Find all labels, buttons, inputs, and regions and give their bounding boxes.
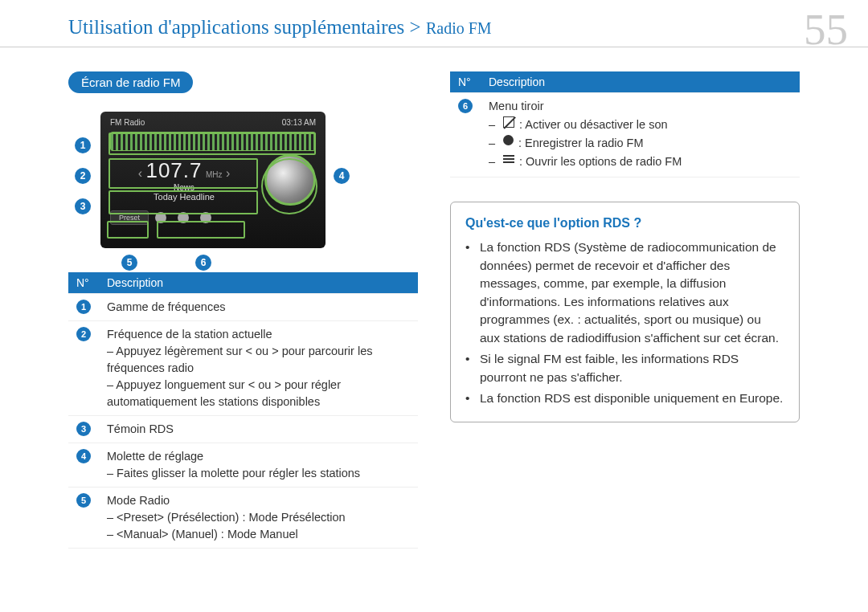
highlight-6 bbox=[157, 221, 245, 239]
row-line: Molette de réglage bbox=[107, 448, 410, 465]
info-item: Si le signal FM est faible, les informat… bbox=[465, 350, 784, 386]
fm-radio-screenshot: FM Radio 03:13 AM ‹ 107.7 MHz › News Tod… bbox=[100, 112, 326, 248]
description-table-left: N° Description 1 Gamme de fréquences 2 F… bbox=[68, 272, 418, 549]
row-line: Fréquence de la station actuelle bbox=[107, 326, 410, 343]
section-pill: Écran de radio FM bbox=[68, 71, 193, 93]
row-desc: Molette de réglage – Faites glisser la m… bbox=[99, 443, 418, 488]
page-header: Utilisation d'applications supplémentair… bbox=[0, 0, 868, 47]
highlight-5 bbox=[107, 221, 149, 239]
description-table-right: N° Description 6 Menu tiroir –: Activer … bbox=[450, 71, 800, 177]
row-num: 3 bbox=[76, 422, 91, 436]
breadcrumb-main: Utilisation d'applications supplémentair… bbox=[68, 16, 404, 38]
icon-desc: : Enregistrer la radio FM bbox=[518, 135, 644, 152]
row-line: – Appuyez longuement sur < ou > pour rég… bbox=[107, 377, 410, 410]
row-line: – <Preset> (Présélection) : Mode Préséle… bbox=[107, 509, 410, 526]
callout-6: 6 bbox=[195, 255, 211, 271]
rds-info-box: Qu'est-ce que l'option RDS ? La fonction… bbox=[450, 202, 800, 422]
mute-icon bbox=[503, 116, 514, 128]
row-desc: Menu tiroir –: Activer ou désactiver le … bbox=[481, 93, 800, 177]
row-num: 4 bbox=[76, 449, 91, 463]
highlight-1 bbox=[108, 133, 316, 155]
callout-5: 5 bbox=[121, 255, 137, 271]
ss-title: FM Radio bbox=[110, 118, 145, 127]
th-num-right: N° bbox=[450, 71, 481, 93]
info-item: La fonction RDS (Système de radiocommuni… bbox=[465, 239, 784, 347]
icon-desc: : Activer ou désactiver le son bbox=[519, 116, 668, 133]
row-line: – Appuyez légèrement sur < ou > pour par… bbox=[107, 343, 410, 377]
th-desc-left: Description bbox=[99, 272, 418, 294]
highlight-4 bbox=[261, 158, 317, 214]
row-desc: Gamme de fréquences bbox=[99, 294, 418, 321]
ss-time: 03:13 AM bbox=[282, 118, 316, 127]
row-num: 5 bbox=[76, 493, 91, 508]
menu-icon bbox=[503, 153, 514, 170]
breadcrumb-sep: > bbox=[404, 16, 426, 38]
info-text: Si le signal FM est faible, les informat… bbox=[480, 350, 784, 386]
callout-1: 1 bbox=[75, 137, 91, 153]
breadcrumb-sub: Radio FM bbox=[426, 19, 492, 37]
page-number: 55 bbox=[804, 4, 848, 55]
th-desc-right: Description bbox=[481, 71, 800, 93]
highlight-3 bbox=[108, 190, 258, 214]
icon-desc: : Ouvrir les options de radio FM bbox=[519, 153, 682, 170]
row-desc: Fréquence de la station actuelle – Appuy… bbox=[99, 321, 418, 416]
row-desc: Mode Radio – <Preset> (Présélection) : M… bbox=[99, 488, 418, 549]
info-item: La fonction RDS est disponible uniquemen… bbox=[465, 390, 784, 407]
row-num: 1 bbox=[76, 300, 91, 314]
record-icon bbox=[503, 135, 514, 145]
row-line: Mode Radio bbox=[107, 492, 410, 509]
row-desc: Témoin RDS bbox=[99, 416, 418, 443]
info-question: Qu'est-ce que l'option RDS ? bbox=[465, 214, 784, 232]
row-num: 2 bbox=[76, 327, 91, 341]
right-column: N° Description 6 Menu tiroir –: Activer … bbox=[450, 63, 800, 549]
highlight-2 bbox=[108, 158, 258, 189]
info-text: La fonction RDS (Système de radiocommuni… bbox=[480, 239, 784, 347]
info-text: La fonction RDS est disponible uniquemen… bbox=[480, 390, 783, 407]
row-line: – Faites glisser la molette pour régler … bbox=[107, 465, 410, 482]
callout-2: 2 bbox=[75, 168, 91, 184]
row-line: Menu tiroir bbox=[489, 98, 792, 115]
callout-4: 4 bbox=[334, 168, 350, 184]
row-line: – <Manual> (Manuel) : Mode Manuel bbox=[107, 526, 410, 543]
row-num: 6 bbox=[458, 99, 473, 113]
left-column: Écran de radio FM FM Radio 03:13 AM ‹ 10… bbox=[68, 63, 418, 549]
th-num-left: N° bbox=[68, 272, 99, 294]
callout-3: 3 bbox=[75, 198, 91, 214]
